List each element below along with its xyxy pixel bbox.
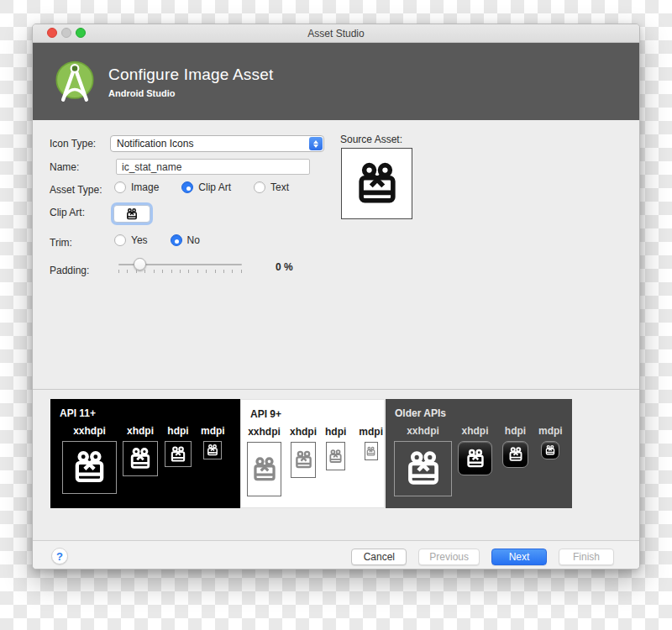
icon-preview-box [502, 441, 528, 468]
gift-icon [169, 445, 187, 464]
gift-icon [71, 449, 108, 486]
name-input[interactable] [116, 159, 310, 175]
radio-icon[interactable] [114, 181, 126, 193]
density-label: xhdpi [127, 425, 154, 437]
preview-panel-api9: API 9+xxhdpixhdpihdpimdpi [240, 399, 385, 508]
icon-preview-box [203, 441, 222, 459]
tick-mark [215, 270, 216, 273]
icon-type-label: Icon Type: [50, 138, 96, 150]
icon-type-select[interactable]: Notification Icons [110, 135, 324, 152]
density-column-xxhdpi: xxhdpi [247, 426, 281, 496]
icon-preview-box [541, 441, 559, 459]
configure-form: Icon Type: Notification Icons Name: Asse… [33, 120, 639, 389]
tick-mark [127, 270, 128, 273]
help-button[interactable]: ? [51, 548, 68, 564]
density-column-hdpi: hdpi [502, 425, 528, 468]
density-column-hdpi: hdpi [165, 425, 192, 467]
page-title: Configure Image Asset [108, 66, 273, 84]
next-button[interactable]: Next [491, 549, 547, 565]
tick-mark [197, 270, 198, 273]
icon-preview-box [291, 442, 316, 478]
source-asset-label: Source Asset: [340, 134, 402, 145]
close-button[interactable] [47, 28, 57, 38]
preview-panel-title: API 9+ [250, 408, 384, 420]
tick-mark [118, 270, 119, 273]
slider-thumb[interactable] [134, 258, 146, 270]
density-label: xxhdpi [248, 426, 281, 438]
density-label: xhdpi [290, 426, 317, 438]
icon-preview-box [247, 442, 281, 496]
radio-icon[interactable] [254, 181, 265, 193]
radio-icon[interactable] [181, 181, 193, 193]
preview-panel-title: API 11+ [60, 407, 240, 419]
icon-preview-box [458, 441, 492, 475]
tick-mark [171, 270, 172, 273]
icon-preview-box [365, 442, 378, 460]
asset-type-option-text[interactable]: Text [254, 181, 289, 193]
gift-icon [128, 446, 153, 471]
icon-preview-box [394, 441, 452, 496]
density-label: mdpi [359, 426, 383, 438]
asset-type-option-clip-art[interactable]: Clip Art [181, 181, 231, 193]
gift-icon [250, 455, 279, 484]
finish-button[interactable]: Finish [559, 549, 614, 565]
help-icon: ? [56, 550, 63, 563]
icon-preview-box [165, 441, 192, 467]
radio-label: Text [270, 181, 289, 193]
trim-radio-group: YesNo [114, 234, 223, 246]
asset-type-label: Asset Type: [50, 184, 102, 196]
density-column-hdpi: hdpi [325, 426, 346, 470]
preview-strip: API 11+xxhdpixhdpihdpimdpiAPI 9+xxhdpixh… [33, 390, 639, 540]
gift-icon [544, 444, 556, 456]
zoom-button[interactable] [76, 28, 86, 38]
trim-label: Trim: [50, 237, 72, 249]
density-column-xhdpi: xhdpi [290, 426, 317, 478]
tick-mark [136, 270, 137, 273]
android-studio-logo-icon [53, 60, 97, 103]
density-label: hdpi [325, 426, 346, 438]
minimize-button[interactable] [61, 28, 71, 38]
titlebar[interactable]: Asset Studio [33, 24, 639, 43]
density-label: hdpi [505, 425, 526, 437]
wizard-header: Configure Image Asset Android Studio [33, 43, 639, 120]
radio-label: No [187, 234, 200, 246]
radio-label: Image [131, 181, 159, 193]
asset-type-radio-group: ImageClip ArtText [114, 181, 312, 193]
clip-art-picker-button[interactable] [113, 205, 150, 223]
density-label: mdpi [201, 425, 225, 437]
cancel-button[interactable]: Cancel [351, 549, 407, 565]
preview-panel-title: Older APIs [395, 407, 572, 419]
radio-icon[interactable] [171, 234, 182, 246]
asset-type-option-image[interactable]: Image [114, 181, 159, 193]
tick-mark [180, 270, 181, 273]
asset-studio-window: Asset Studio Configure Image Asset Andro… [32, 24, 640, 570]
icon-preview-box [326, 442, 345, 470]
density-column-xxhdpi: xxhdpi [62, 425, 117, 494]
clip-art-label: Clip Art: [50, 207, 85, 218]
radio-icon[interactable] [114, 234, 126, 246]
gift-icon [206, 444, 219, 457]
icon-preview-box [123, 441, 158, 476]
preview-panel-api11: API 11+xxhdpixhdpihdpimdpi [50, 399, 240, 508]
density-label: xxhdpi [407, 425, 439, 437]
window-title: Asset Studio [307, 28, 364, 39]
density-label: hdpi [167, 425, 188, 437]
density-column-xxhdpi: xxhdpi [394, 425, 452, 496]
previous-button[interactable]: Previous [418, 549, 480, 565]
preview-panel-older: Older APIsxxhdpixhdpihdpimdpi [386, 399, 572, 508]
density-column-mdpi: mdpi [201, 425, 225, 459]
padding-value: 0 % [276, 261, 293, 273]
name-label: Name: [50, 161, 79, 173]
stepper-icon[interactable] [309, 137, 323, 150]
trim-option-no[interactable]: No [171, 234, 200, 246]
density-column-mdpi: mdpi [359, 426, 383, 460]
density-label: xhdpi [462, 425, 489, 437]
density-column-xhdpi: xhdpi [458, 425, 492, 475]
gift-icon [403, 449, 444, 489]
tick-mark [223, 270, 224, 273]
gift-icon [465, 448, 486, 470]
source-asset-preview [341, 148, 412, 219]
gift-icon [125, 207, 139, 221]
trim-option-yes[interactable]: Yes [114, 234, 148, 246]
padding-label: Padding: [50, 265, 89, 276]
